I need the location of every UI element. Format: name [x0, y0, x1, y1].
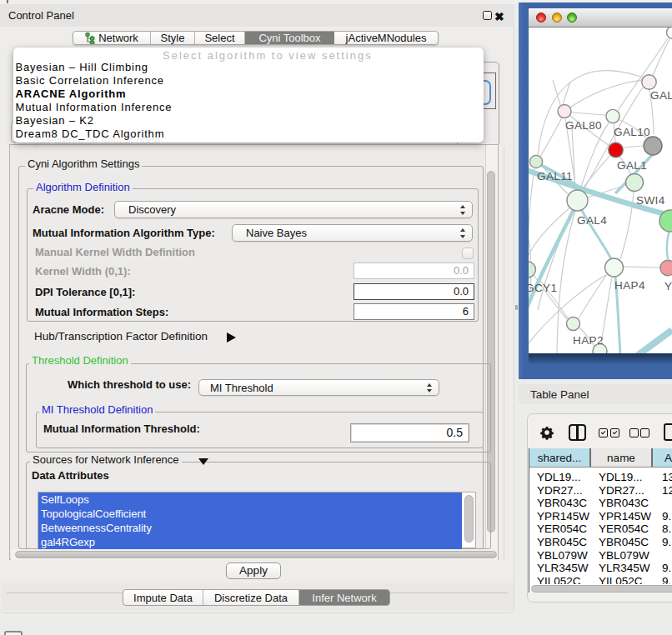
svg-text:HAP2: HAP2: [573, 334, 604, 347]
svg-text:GAL4: GAL4: [577, 214, 607, 227]
svg-text:HAP4: HAP4: [614, 279, 645, 292]
svg-text:YD: YD: [664, 280, 672, 292]
svg-text:GCY1: GCY1: [529, 282, 557, 294]
svg-text:GAL10: GAL10: [614, 126, 650, 138]
svg-text:GAL1: GAL1: [617, 159, 647, 172]
svg-text:GAL2: GAL2: [650, 89, 672, 102]
svg-text:GAL80: GAL80: [565, 119, 602, 132]
svg-text:GAL11: GAL11: [537, 170, 573, 182]
svg-text:SWI4: SWI4: [636, 194, 665, 207]
